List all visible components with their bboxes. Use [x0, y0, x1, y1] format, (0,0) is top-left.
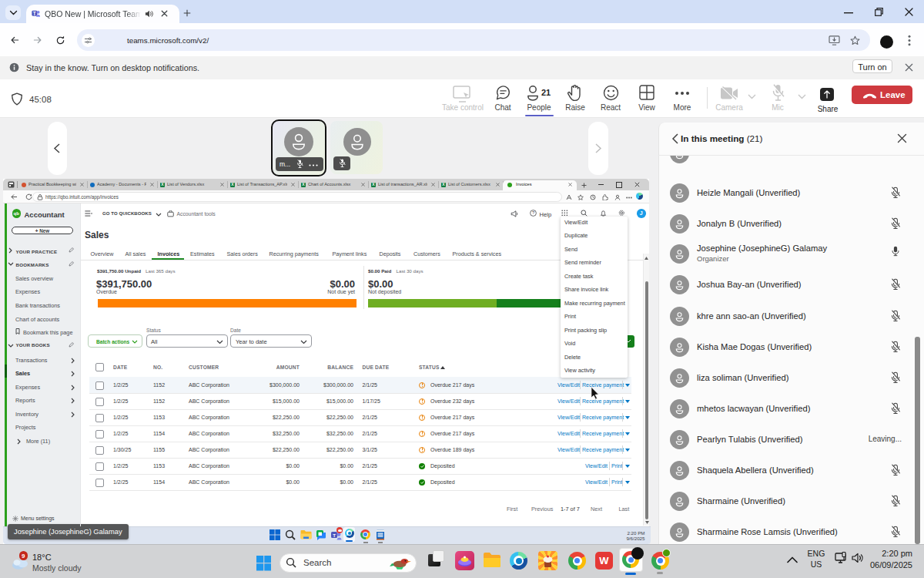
svg-text:T: T — [33, 11, 36, 16]
svg-text:T: T — [333, 533, 336, 538]
svg-text:?: ? — [532, 211, 534, 216]
